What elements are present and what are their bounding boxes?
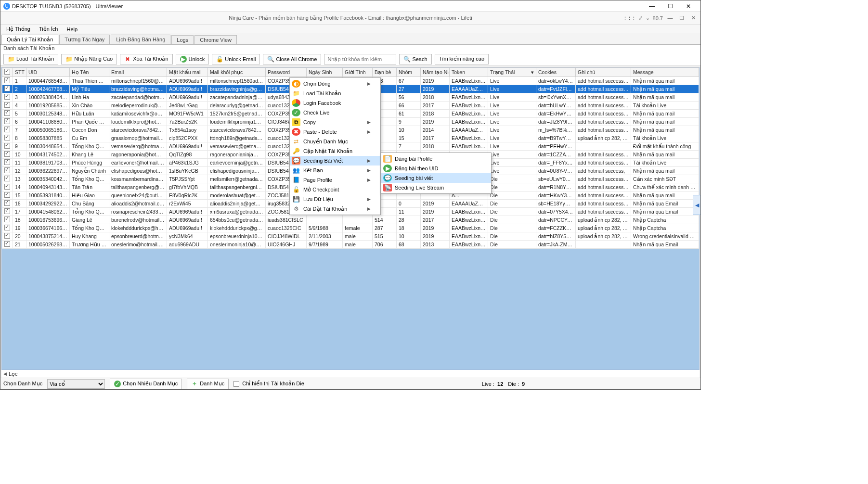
ctx-chuy-n-danh-m-c[interactable]: ⇄Chuyển Danh Mục xyxy=(290,137,380,146)
tab-t-ng-t-c-ngay[interactable]: Tương Tác Ngay xyxy=(59,35,110,44)
col-header[interactable]: Bạn bè xyxy=(373,68,397,77)
col-header[interactable]: Ngày Sinh xyxy=(307,68,343,77)
unlock-button[interactable]: ▶Unlock xyxy=(176,54,209,64)
table-row[interactable]: 20100043875214370Huy Khangepsonbreuerd@h… xyxy=(2,232,699,241)
row-checkbox[interactable] xyxy=(4,118,10,124)
row-checkbox[interactable] xyxy=(4,192,10,198)
ctx-copy[interactable]: ⧉Copy▶ xyxy=(290,117,380,127)
row-checkbox[interactable] xyxy=(4,110,10,116)
row-checkbox[interactable] xyxy=(4,159,10,165)
ctx-seeding-b-i-vi-t[interactable]: 💬Seeding bài viết xyxy=(381,173,491,183)
inner-minimize-button[interactable]: — xyxy=(666,15,674,22)
col-header[interactable]: STT xyxy=(13,68,26,77)
ctx-seeding-b-i-vi-t[interactable]: 💬Seeding Bài Viết▶ xyxy=(290,156,380,166)
choose-multi-category-button[interactable]: ✓Chọn Nhiều Danh Mục xyxy=(110,379,182,389)
row-checkbox[interactable] xyxy=(4,94,10,100)
tab-l-ch-ng-b-n-h-ng[interactable]: Lịch Đăng Bán Hàng xyxy=(111,35,170,44)
row-checkbox[interactable] xyxy=(4,225,10,230)
ctx-m-checkpoint[interactable]: 🔓Mở Checkpoint xyxy=(290,185,380,194)
row-checkbox[interactable] xyxy=(4,127,10,132)
row-checkbox[interactable] xyxy=(4,167,10,173)
ctx-c-p-nh-t-t-i-kho-n[interactable]: 🔑Cập Nhật Tài Khoản xyxy=(290,146,380,156)
ctx-l-u-d-li-u[interactable]: 💾Lưu Dữ Liệu▶ xyxy=(290,194,380,204)
col-header[interactable]: Họ Tên xyxy=(70,68,109,77)
row-checkbox[interactable] xyxy=(4,208,10,214)
ctx--ng-b-i-theo-uid[interactable]: ▶Đăng bài theo UID xyxy=(381,164,491,173)
cell-nam: 2018 xyxy=(421,110,450,118)
ctx-c-i-t-t-i-kho-n[interactable]: ⚙Cài Đặt Tài Khoản▶ xyxy=(290,204,380,214)
ctx-page-profile[interactable]: 📘Page Profile▶ xyxy=(290,175,380,185)
menu-hệ-thống[interactable]: Hệ Thống xyxy=(2,25,34,33)
col-header[interactable]: Password xyxy=(266,68,307,77)
table-row[interactable]: 18100016753696799Giang Lêburenelrodv@hot… xyxy=(2,216,699,224)
col-header[interactable]: Token xyxy=(450,68,488,77)
col-header[interactable]: Mật khẩu mail xyxy=(167,68,208,77)
checkbox-icon xyxy=(233,381,239,387)
col-header[interactable]: Cookies xyxy=(536,68,576,77)
row-checkbox[interactable] xyxy=(4,135,10,140)
load-accounts-button[interactable]: 📁Load Tài Khoản xyxy=(3,54,58,64)
chevron-down-icon[interactable]: ⌄ xyxy=(646,15,650,21)
delete-account-button[interactable]: ✖Xóa Tài Khoản xyxy=(120,54,172,64)
tab-qu-n-l-t-i-kho-n[interactable]: Quản Lý Tài Khoản xyxy=(1,35,58,44)
right-drawer-handle[interactable]: ◀ xyxy=(693,195,700,215)
context-menu-main[interactable]: ◐Chọn Dòng▶📁Load Tài KhoảnLogin Facebook… xyxy=(289,77,381,215)
row-checkbox[interactable] xyxy=(4,151,10,157)
close-all-chrome-button[interactable]: 🔍Close All Chrome xyxy=(263,54,321,64)
ctx-load-t-i-kho-n[interactable]: 📁Load Tài Khoản xyxy=(290,89,380,98)
search-button[interactable]: 🔍Seach xyxy=(399,54,431,64)
row-checkbox[interactable] xyxy=(4,184,10,190)
col-header[interactable]: Trạng Thái ▾ xyxy=(488,68,536,77)
uv-close-button[interactable]: ✕ xyxy=(679,1,698,12)
row-checkbox[interactable] xyxy=(4,77,10,83)
table-row[interactable]: 19100036674166555Tổng Kho Quảng...klokeh… xyxy=(2,224,699,232)
col-header[interactable]: Ghi chú xyxy=(576,68,631,77)
menu-help[interactable]: Help xyxy=(63,25,81,33)
search-input[interactable] xyxy=(324,54,396,64)
grid-toggle-icon[interactable]: ⋮⋮⋮ xyxy=(622,15,635,21)
uv-maximize-button[interactable]: ☐ xyxy=(661,1,679,12)
expand-icon[interactable]: ⤢ xyxy=(638,15,643,21)
tab-logs[interactable]: Logs xyxy=(171,35,194,44)
inner-maximize-button[interactable]: ☐ xyxy=(677,15,686,22)
col-header[interactable]: Mail khôi phục xyxy=(208,68,266,77)
advanced-search-button[interactable]: Tìm kiếm nâng cao xyxy=(435,54,489,64)
ctx--ng-b-i-profile[interactable]: 📄Đăng bài Profile xyxy=(381,154,491,164)
row-checkbox[interactable] xyxy=(4,200,10,206)
import-advanced-button[interactable]: 📁Nhập Nâng Cao xyxy=(61,54,117,64)
show-die-only-check[interactable]: Chỉ hiển thị Tài khoản Die xyxy=(233,381,304,387)
row-checkbox[interactable] xyxy=(4,102,10,108)
bottom-bar: Chọn Danh Mục Via cổ ✓Chọn Nhiều Danh Mụ… xyxy=(0,378,700,389)
ctx-k-t-b-n[interactable]: 👥Kết Bạn▶ xyxy=(290,166,380,175)
col-header[interactable]: UID xyxy=(26,68,70,77)
ctx-check-live[interactable]: ✓Check Live xyxy=(290,108,380,117)
row-checkbox[interactable] xyxy=(4,86,10,91)
category-combo[interactable]: Via cổ xyxy=(47,379,105,389)
row-checkbox[interactable] xyxy=(4,176,10,181)
ctx-seeding-live-stream[interactable]: 📡Seeding Live Stream xyxy=(381,183,491,192)
row-checkbox[interactable] xyxy=(4,233,10,239)
cell-ghi xyxy=(576,142,631,151)
row-checkbox[interactable] xyxy=(4,217,10,222)
uv-minimize-button[interactable]: — xyxy=(643,1,661,12)
ctx-ch-n-d-ng[interactable]: ◐Chọn Dòng▶ xyxy=(290,79,380,89)
checkbox-icon[interactable] xyxy=(4,69,10,75)
scroll-left-icon[interactable]: ◀ xyxy=(3,371,7,376)
col-header[interactable] xyxy=(2,68,13,77)
col-header[interactable]: Năm tạo Nick xyxy=(421,68,450,77)
inner-close-button[interactable]: ✕ xyxy=(689,15,698,22)
col-header[interactable]: Giới Tính xyxy=(343,68,373,77)
table-row[interactable]: 21100005026268643Trương Hữu Sơnoneslerim… xyxy=(2,241,699,249)
tab-chrome-view[interactable]: Chrome View xyxy=(194,35,237,44)
ctx-login-facebook[interactable]: Login Facebook xyxy=(290,98,380,108)
menu-tiện-ích[interactable]: Tiện Ích xyxy=(35,25,62,33)
unlock-email-button[interactable]: 🔓Unlock Email xyxy=(212,54,260,64)
ctx-paste-delete[interactable]: ✖Paste - Delete▶ xyxy=(290,127,380,137)
col-header[interactable]: Nhóm xyxy=(397,68,421,77)
row-checkbox[interactable] xyxy=(4,241,10,247)
row-checkbox[interactable] xyxy=(4,143,10,149)
context-menu-seeding[interactable]: 📄Đăng bài Profile▶Đăng bài theo UID💬Seed… xyxy=(381,153,492,194)
add-category-button[interactable]: ＋Danh Mục xyxy=(187,379,229,389)
col-header[interactable]: Email xyxy=(109,68,167,77)
col-header[interactable]: Message xyxy=(631,68,699,77)
